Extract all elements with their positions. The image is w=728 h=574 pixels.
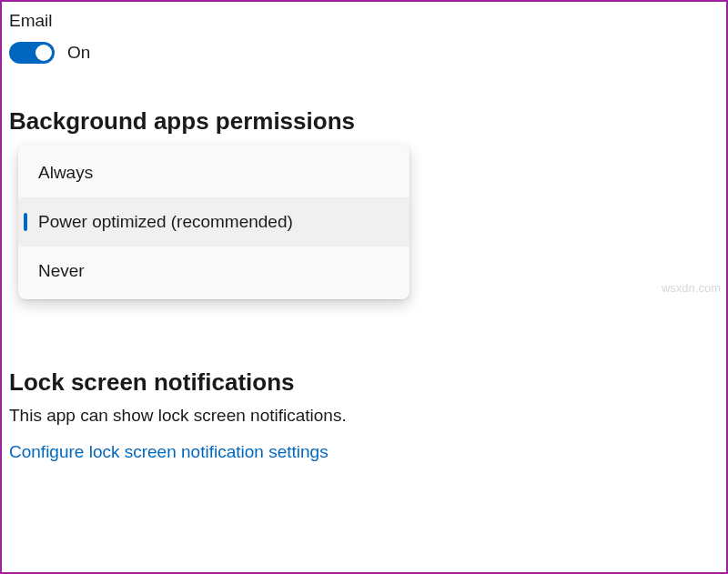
background-permission-dropdown[interactable]: Always Power optimized (recommended) Nev… (18, 145, 410, 299)
email-toggle-state: On (67, 43, 90, 63)
email-toggle-row: On (9, 42, 719, 64)
watermark-text: wsxdn.com (662, 280, 721, 294)
background-apps-heading: Background apps permissions (9, 107, 719, 136)
dropdown-option-always[interactable]: Always (18, 148, 410, 197)
toggle-knob (35, 45, 52, 61)
obscured-content (246, 307, 719, 328)
email-label: Email (9, 11, 719, 31)
configure-lockscreen-link[interactable]: Configure lock screen notification setti… (9, 442, 719, 462)
lockscreen-description: This app can show lock screen notificati… (9, 406, 719, 426)
lockscreen-heading: Lock screen notifications (9, 368, 719, 397)
dropdown-option-never[interactable]: Never (18, 247, 410, 296)
dropdown-option-power-optimized[interactable]: Power optimized (recommended) (18, 197, 410, 247)
email-toggle[interactable] (9, 42, 55, 64)
